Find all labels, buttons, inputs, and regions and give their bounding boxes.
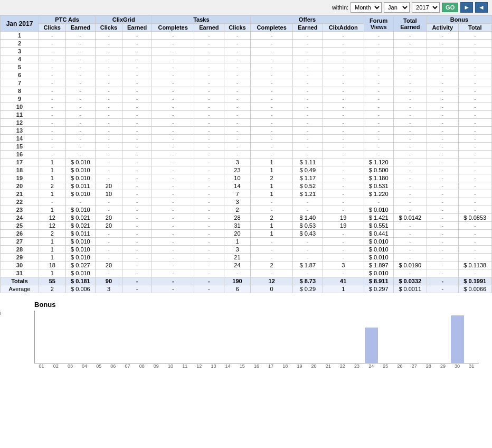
data-cell: - [194, 79, 224, 87]
data-cell: - [194, 246, 224, 254]
data-cell: 28 [224, 214, 251, 222]
data-cell: - [96, 269, 122, 277]
data-cell: $ 1.87 [293, 262, 323, 269]
data-cell: $ 0.027 [65, 262, 96, 269]
top-bar: within: MonthWeekDay JanFebMarApr MayJun… [0, 0, 492, 15]
data-cell: - [293, 135, 323, 143]
day-cell: 8 [1, 87, 39, 95]
offers-header: Offers [251, 16, 364, 24]
data-cell: - [194, 190, 224, 198]
data-cell: - [65, 63, 96, 71]
data-cell: - [323, 71, 364, 79]
go-button[interactable]: GO [442, 3, 458, 12]
average-cell: $ 0.006 [65, 285, 96, 293]
data-cell: - [152, 190, 194, 198]
data-cell: - [293, 151, 323, 158]
period-select[interactable]: MonthWeekDay [351, 2, 382, 13]
data-cell: $ 0.011 [65, 182, 96, 190]
average-cell: $ 0.297 [364, 285, 393, 293]
day-cell: 20 [1, 182, 39, 190]
data-cell: - [427, 214, 458, 222]
data-cell: - [194, 214, 224, 222]
data-cell: - [152, 206, 194, 214]
data-cell: - [152, 40, 194, 48]
data-cell: - [122, 119, 152, 127]
data-cell: $ 1.220 [364, 190, 393, 198]
table-row: 6-------------- [1, 71, 492, 79]
data-cell: - [39, 103, 65, 111]
data-cell: - [393, 238, 427, 246]
data-cell: - [194, 32, 224, 40]
data-cell: - [293, 143, 323, 151]
data-cell: $ 1.897 [364, 262, 393, 269]
data-cell: 1 [39, 190, 65, 198]
chart-day-label: 21 [321, 363, 335, 369]
data-cell: - [323, 63, 364, 71]
data-cell: - [65, 198, 96, 206]
data-cell: $ 0.010 [65, 174, 96, 182]
data-cell: $ 0.551 [364, 222, 393, 230]
data-cell: - [65, 111, 96, 119]
data-cell: - [458, 246, 491, 254]
data-cell: - [65, 143, 96, 151]
data-cell: - [152, 103, 194, 111]
month-select[interactable]: JanFebMarApr MayJunJulAug SepOctNovDec [384, 2, 410, 13]
data-cell: 10 [224, 174, 251, 182]
data-cell: - [458, 174, 491, 182]
data-cell: - [323, 79, 364, 87]
data-cell: - [393, 48, 427, 55]
data-cell: - [393, 143, 427, 151]
data-cell: - [96, 158, 122, 166]
data-cell: - [65, 40, 96, 48]
data-cell: - [323, 269, 364, 277]
day-cell: 30 [1, 262, 39, 269]
clixgrid-header: ClixGrid [96, 16, 152, 24]
prev-button[interactable]: ◄ [475, 2, 488, 13]
data-cell: - [152, 119, 194, 127]
totals-row: Totals55$ 0.18190---19012$ 8.7341$ 8.911… [1, 277, 492, 285]
data-cell: - [152, 246, 194, 254]
data-cell: $ 0.010 [65, 246, 96, 254]
data-cell: - [323, 55, 364, 63]
data-cell: - [65, 135, 96, 143]
data-cell: - [393, 222, 427, 230]
data-cell: - [96, 166, 122, 174]
next-button[interactable]: ► [460, 2, 473, 13]
year-select[interactable]: 2015201620172018 [412, 2, 440, 13]
data-cell: - [122, 40, 152, 48]
data-cell: 12 [39, 222, 65, 230]
data-cell: - [65, 95, 96, 103]
data-cell: - [458, 151, 491, 158]
data-cell: 2 [39, 182, 65, 190]
data-cell: - [122, 230, 152, 238]
data-cell: - [251, 143, 293, 151]
y-zero: 0 [0, 358, 1, 363]
data-cell: 1 [39, 246, 65, 254]
data-cell: 31 [224, 222, 251, 230]
data-cell: 1 [224, 238, 251, 246]
data-cell: 23 [224, 166, 251, 174]
data-cell: - [251, 135, 293, 143]
data-cell: - [122, 222, 152, 230]
tasks-earned-col: Earned [194, 24, 224, 32]
data-cell: - [323, 254, 364, 262]
chart-day-label: 25 [379, 363, 393, 369]
data-cell: - [364, 48, 393, 55]
table-row: 16-------------- [1, 151, 492, 158]
data-cell: 10 [96, 190, 122, 198]
data-cell: $ 0.010 [364, 206, 393, 214]
table-row: 2412$ 0.02120---282$ 1.4019$ 1.421$ 0.01… [1, 214, 492, 222]
totals-cell: $ 8.73 [293, 277, 323, 285]
data-cell: - [364, 40, 393, 48]
data-cell: - [152, 63, 194, 71]
data-cell: - [152, 32, 194, 40]
data-cell: 3 [224, 158, 251, 166]
data-cell: - [122, 95, 152, 103]
data-cell: - [427, 230, 458, 238]
data-cell: - [224, 40, 251, 48]
data-cell: - [458, 40, 491, 48]
chart-day-label: 11 [178, 363, 192, 369]
data-cell: - [152, 166, 194, 174]
tasks-header: Tasks [152, 16, 251, 24]
data-cell: - [122, 246, 152, 254]
